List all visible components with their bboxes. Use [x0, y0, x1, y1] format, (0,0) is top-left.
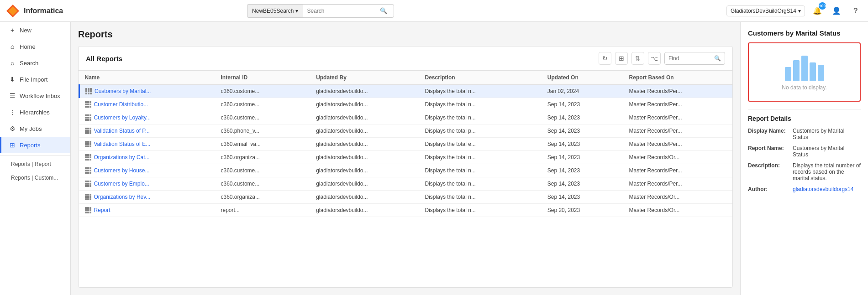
cell-updated-on: Sep 14, 2023	[542, 138, 624, 151]
sub-label-reports-custom: Reports | Custom...	[11, 175, 58, 181]
row-grid-icon	[85, 181, 91, 187]
cell-name: Customers by House...	[79, 164, 216, 177]
sidebar-label-workflow-inbox: Workflow Inbox	[20, 93, 60, 99]
table-row[interactable]: Validation Status of P... c360.phone_v..…	[79, 124, 733, 138]
cell-internal-id: c360.organiza...	[216, 191, 311, 204]
col-internal-id: Internal ID	[216, 71, 311, 85]
right-panel: Customers by Marital Status No data to d…	[740, 22, 868, 295]
workflow-inbox-icon: ☰	[9, 92, 16, 99]
sidebar-item-search[interactable]: ⌕ Search	[0, 55, 70, 71]
new-icon: +	[9, 26, 16, 34]
report-details-title: Report Details	[748, 115, 861, 122]
table-row[interactable]: Organizations by Rev... c360.organiza...…	[79, 191, 733, 204]
cell-updated-on: Sep 14, 2023	[542, 164, 624, 177]
sidebar-item-reports[interactable]: ⊞ Reports	[0, 137, 70, 153]
cell-description: Displays the total p...	[420, 124, 542, 138]
chart-bars	[785, 53, 824, 81]
find-input[interactable]	[668, 55, 714, 62]
sort-button[interactable]: ⇅	[631, 52, 644, 65]
user-button[interactable]: 👤	[830, 4, 843, 18]
help-button[interactable]: ?	[849, 4, 863, 18]
help-icon: ?	[853, 7, 858, 15]
detail-value-3[interactable]: gladiatorsdevbuildorgs14	[793, 186, 853, 192]
search-type-dropdown[interactable]: NewBE05Search ▾	[247, 4, 303, 18]
report-name-link[interactable]: Validation Status of P...	[85, 128, 210, 134]
find-wrap: 🔍	[664, 52, 725, 65]
row-grid-icon	[85, 114, 91, 121]
cell-report-based-on: Master Records/Per...	[624, 177, 732, 191]
sidebar-item-file-import[interactable]: ⬇ File Import	[0, 71, 70, 88]
report-name-link[interactable]: Organizations by Rev...	[85, 194, 210, 200]
row-grid-icon	[85, 194, 91, 200]
report-name-link[interactable]: Report	[85, 207, 210, 213]
cell-report-based-on: Master Records/Or...	[624, 191, 732, 204]
report-name-link[interactable]: Customers by Marital...	[85, 88, 210, 94]
sidebar-item-workflow-inbox[interactable]: ☰ Workflow Inbox	[0, 88, 70, 104]
filter-button[interactable]: ⌥	[648, 52, 661, 65]
sidebar-sub-reports-report[interactable]: Reports | Report	[0, 157, 70, 171]
table-row[interactable]: Report report... gladiatorsdevbuildо... …	[79, 204, 733, 217]
cell-description: Displays the total n...	[420, 164, 542, 177]
cell-updated-by: gladiatorsdevbuildо...	[310, 204, 419, 217]
cell-description: Displays the total n...	[420, 177, 542, 191]
org-selector[interactable]: GladiatorsDevBuildOrgS14 ▾	[726, 5, 805, 16]
cell-report-based-on: Master Records/Per...	[624, 85, 732, 98]
sidebar-item-home[interactable]: ⌂ Home	[0, 38, 70, 55]
sidebar-sub-reports-custom[interactable]: Reports | Custom...	[0, 171, 70, 185]
reports-toolbar: ↻ ⊞ ⇅ ⌥ 🔍	[599, 52, 725, 65]
report-name-link[interactable]: Customer Distributio...	[85, 101, 210, 108]
cell-updated-by: gladiatorsdevbuildо...	[310, 111, 419, 124]
sidebar-label-hierarchies: Hierarchies	[20, 109, 50, 116]
reports-panel: Reports All Reports ↻ ⊞ ⇅ ⌥ 🔍	[71, 22, 740, 295]
refresh-button[interactable]: ↻	[599, 52, 611, 65]
detail-row: Description:Displays the total number of…	[748, 162, 861, 181]
report-name-link[interactable]: Organizations by Cat...	[85, 154, 210, 160]
cell-updated-on: Sep 14, 2023	[542, 191, 624, 204]
cell-report-based-on: Master Records/Per...	[624, 138, 732, 151]
detail-label-1: Report Name:	[748, 145, 789, 158]
cell-report-based-on: Master Records/Per...	[624, 124, 732, 138]
sidebar-item-my-jobs[interactable]: ⚙ My Jobs	[0, 120, 70, 137]
notifications-button[interactable]: 🔔 100	[810, 4, 824, 18]
global-search-input[interactable]	[307, 8, 380, 14]
report-name-link[interactable]: Validation Status of E...	[85, 141, 210, 147]
table-row[interactable]: Customers by Loyalty... c360.custome... …	[79, 111, 733, 124]
report-name-link[interactable]: Customers by Loyalty...	[85, 114, 210, 121]
chart-panel-title: Customers by Marital Status	[748, 29, 861, 37]
col-report-based-on: Report Based On	[624, 71, 732, 85]
cell-updated-by: gladiatorsdevbuildо...	[310, 191, 419, 204]
table-row[interactable]: Customer Distributio... c360.custome... …	[79, 98, 733, 111]
table-row[interactable]: Customers by Marital... c360.custome... …	[79, 85, 733, 98]
table-row[interactable]: Customers by Emplo... c360.custome... gl…	[79, 177, 733, 191]
logo-area: Informatica	[5, 4, 69, 18]
home-icon: ⌂	[9, 43, 16, 50]
informatica-logo	[5, 4, 20, 18]
chart-bar-1	[793, 60, 800, 81]
reports-card: All Reports ↻ ⊞ ⇅ ⌥ 🔍	[78, 46, 733, 288]
sidebar-item-new[interactable]: + New	[0, 22, 70, 38]
cell-internal-id: c360.phone_v...	[216, 124, 311, 138]
sidebar-label-file-import: File Import	[20, 76, 47, 83]
report-name-link[interactable]: Customers by House...	[85, 167, 210, 174]
cell-updated-on: Sep 14, 2023	[542, 124, 624, 138]
report-name-link[interactable]: Customers by Emplo...	[85, 181, 210, 187]
row-grid-icon	[85, 167, 91, 174]
org-label: GladiatorsDevBuildOrgS14	[731, 8, 796, 14]
row-grid-icon	[85, 207, 91, 213]
view-toggle-button[interactable]: ⊞	[615, 52, 628, 65]
row-grid-icon	[85, 141, 91, 147]
sidebar-label-home: Home	[20, 43, 36, 50]
cell-name: Validation Status of P...	[79, 124, 216, 138]
sidebar-label-new: New	[20, 27, 32, 34]
cell-description: Displays the total n...	[420, 204, 542, 217]
find-icon: 🔍	[714, 55, 721, 62]
table-row[interactable]: Validation Status of E... c360.email_va.…	[79, 138, 733, 151]
table-row[interactable]: Customers by House... c360.custome... gl…	[79, 164, 733, 177]
table-row[interactable]: Organizations by Cat... c360.organiza...…	[79, 151, 733, 164]
sidebar-item-hierarchies[interactable]: ⋮ Hierarchies	[0, 104, 70, 120]
report-details: Display Name:Customers by Marital Status…	[748, 128, 861, 192]
all-reports-title: All Reports	[86, 55, 122, 62]
logo-text: Informatica	[24, 7, 63, 15]
detail-label-0: Display Name:	[748, 128, 789, 140]
cell-description: Displays the total n...	[420, 98, 542, 111]
